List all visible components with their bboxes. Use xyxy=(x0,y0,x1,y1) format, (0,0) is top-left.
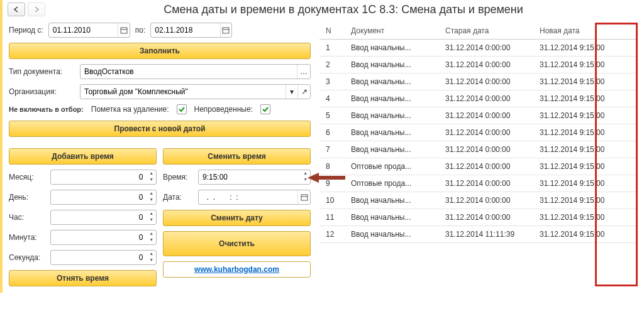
post-new-date-button[interactable]: Провести с новой датой xyxy=(9,121,311,137)
cell-new-date: 31.12.2014 9:15:00 xyxy=(533,141,638,158)
month-input[interactable]: ▲▼ xyxy=(50,170,157,185)
doc-type-input[interactable]: … xyxy=(80,64,311,79)
table-row[interactable]: 7Ввод начальны...31.12.2014 0:00:0031.12… xyxy=(319,141,638,158)
cell-doc: Оптовые прода... xyxy=(345,175,439,192)
cell-new-date: 31.12.2014 9:15:00 xyxy=(533,124,638,141)
svg-rect-2 xyxy=(223,28,229,33)
cell-n: 9 xyxy=(319,175,345,192)
table-row[interactable]: 5Ввод начальны...31.12.2014 0:00:0031.12… xyxy=(319,107,638,124)
cell-doc: Ввод начальны... xyxy=(345,226,439,243)
page-title: Смена даты и времени в документах 1С 8.3… xyxy=(48,3,639,16)
svg-rect-4 xyxy=(301,195,308,200)
cell-n: 11 xyxy=(319,209,345,226)
period-to-input[interactable] xyxy=(150,23,232,38)
ellipsis-icon[interactable]: … xyxy=(297,65,310,79)
fill-button[interactable]: Заполнить xyxy=(9,43,311,59)
exclude-label: Не включать в отбор: xyxy=(9,106,84,113)
second-input[interactable]: ▲▼ xyxy=(50,250,157,265)
cell-new-date: 31.12.2014 9:15:00 xyxy=(533,57,638,73)
hour-input[interactable]: ▲▼ xyxy=(50,210,157,225)
cell-n: 3 xyxy=(319,73,345,90)
th-old[interactable]: Старая дата xyxy=(439,23,533,40)
table-row[interactable]: 11Ввод начальны...31.12.2014 0:00:0031.1… xyxy=(319,209,638,226)
period-to-label: по: xyxy=(135,26,146,35)
cell-old-date: 31.12.2014 0:00:00 xyxy=(439,124,533,141)
th-new[interactable]: Новая дата xyxy=(533,23,638,40)
change-date-button[interactable]: Сменить дату xyxy=(163,210,311,226)
cell-n: 6 xyxy=(319,124,345,141)
cell-new-date: 31.12.2014 9:15:00 xyxy=(533,209,638,226)
cell-new-date: 31.12.2014 9:15:00 xyxy=(533,175,638,192)
table-row[interactable]: 4Ввод начальны...31.12.2014 0:00:0031.12… xyxy=(319,90,638,107)
cell-n: 8 xyxy=(319,158,345,175)
table-row[interactable]: 9Оптовые прода...31.12.2014 0:00:0031.12… xyxy=(319,175,638,192)
unposted-checkbox[interactable] xyxy=(260,104,270,114)
th-doc[interactable]: Документ xyxy=(345,23,439,40)
cell-doc: Ввод начальны... xyxy=(345,90,439,107)
organization-input[interactable]: ▾ ↗ xyxy=(80,84,311,99)
cell-n: 10 xyxy=(319,192,345,209)
cell-new-date: 31.12.2014 9:15:00 xyxy=(533,192,638,209)
table-row[interactable]: 12Ввод начальны...31.12.2014 11:11:3931.… xyxy=(319,226,638,243)
cell-old-date: 31.12.2014 0:00:00 xyxy=(439,40,533,57)
calendar-icon[interactable] xyxy=(220,23,232,37)
time-input[interactable]: ▲▼ xyxy=(198,170,311,185)
day-input[interactable]: ▲▼ xyxy=(50,190,157,205)
cell-new-date: 31.12.2014 9:15:00 xyxy=(533,90,638,107)
th-n[interactable]: N xyxy=(319,23,345,40)
cell-old-date: 31.12.2014 0:00:00 xyxy=(439,175,533,192)
cell-new-date: 31.12.2014 9:15:00 xyxy=(533,107,638,124)
cell-old-date: 31.12.2014 0:00:00 xyxy=(439,107,533,124)
table-row[interactable]: 3Ввод начальны...31.12.2014 0:00:0031.12… xyxy=(319,73,638,90)
cell-n: 12 xyxy=(319,226,345,243)
table-row[interactable]: 2Ввод начальны...31.12.2014 0:00:0031.12… xyxy=(319,57,638,73)
cell-doc: Ввод начальны... xyxy=(345,209,439,226)
change-time-button[interactable]: Сменить время xyxy=(163,148,311,165)
documents-table: N Документ Старая дата Новая дата 1Ввод … xyxy=(319,23,638,243)
cell-doc: Ввод начальны... xyxy=(345,192,439,209)
nav-forward-button[interactable] xyxy=(28,3,45,16)
cell-old-date: 31.12.2014 0:00:00 xyxy=(439,141,533,158)
table-row[interactable]: 10Ввод начальны...31.12.2014 0:00:0031.1… xyxy=(319,192,638,209)
table-row[interactable]: 8Оптовые прода...31.12.2014 0:00:0031.12… xyxy=(319,158,638,175)
minute-input[interactable]: ▲▼ xyxy=(50,230,157,245)
add-time-button[interactable]: Добавить время xyxy=(9,148,157,165)
table-row[interactable]: 6Ввод начальны...31.12.2014 0:00:0031.12… xyxy=(319,124,638,141)
table-row[interactable]: 1Ввод начальны...31.12.2014 0:00:0031.12… xyxy=(319,40,638,57)
cell-doc: Ввод начальны... xyxy=(345,124,439,141)
calendar-icon[interactable] xyxy=(297,190,310,204)
cell-n: 4 xyxy=(319,90,345,107)
cell-doc: Ввод начальны... xyxy=(345,107,439,124)
cell-old-date: 31.12.2014 0:00:00 xyxy=(439,209,533,226)
cell-n: 2 xyxy=(319,57,345,73)
cell-old-date: 31.12.2014 11:11:39 xyxy=(439,226,533,243)
cell-doc: Ввод начальны... xyxy=(345,141,439,158)
cell-old-date: 31.12.2014 0:00:00 xyxy=(439,192,533,209)
date-input[interactable] xyxy=(198,190,311,205)
cell-new-date: 31.12.2014 9:15:00 xyxy=(533,158,638,175)
cell-new-date: 31.12.2014 9:15:00 xyxy=(533,73,638,90)
open-icon[interactable]: ↗ xyxy=(297,85,310,99)
site-link-button[interactable]: www.kuharbogdan.com xyxy=(163,261,311,278)
cell-doc: Ввод начальны... xyxy=(345,40,439,57)
cell-n: 1 xyxy=(319,40,345,57)
cell-new-date: 31.12.2014 9:15:00 xyxy=(533,40,638,57)
nav-back-button[interactable] xyxy=(8,3,25,16)
subtract-time-button[interactable]: Отнять время xyxy=(9,270,157,286)
cell-n: 7 xyxy=(319,141,345,158)
cell-doc: Ввод начальны... xyxy=(345,57,439,73)
cell-doc: Оптовые прода... xyxy=(345,158,439,175)
period-from-input[interactable] xyxy=(48,23,130,38)
mark-delete-checkbox[interactable] xyxy=(177,104,187,114)
calendar-icon[interactable] xyxy=(118,23,130,37)
cell-old-date: 31.12.2014 0:00:00 xyxy=(439,90,533,107)
doc-type-label: Тип документа: xyxy=(9,67,75,76)
cell-old-date: 31.12.2014 0:00:00 xyxy=(439,73,533,90)
unposted-label: Непроведенные: xyxy=(194,105,253,114)
svg-rect-0 xyxy=(121,28,127,33)
clear-button[interactable]: Очистить xyxy=(163,231,311,256)
cell-n: 5 xyxy=(319,107,345,124)
cell-new-date: 31.12.2014 9:15:00 xyxy=(533,226,638,243)
cell-old-date: 31.12.2014 0:00:00 xyxy=(439,158,533,175)
dropdown-icon[interactable]: ▾ xyxy=(286,85,298,99)
